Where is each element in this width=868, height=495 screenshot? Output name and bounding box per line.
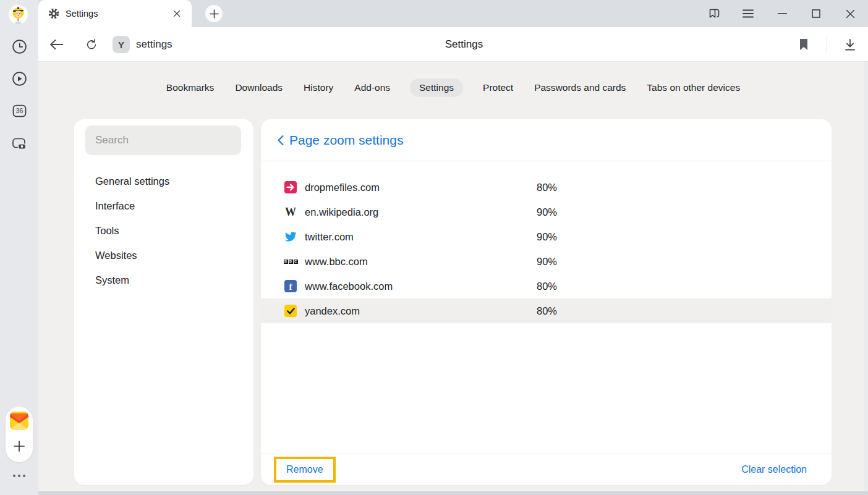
remove-button[interactable]: Remove — [286, 464, 323, 475]
tab-strip: Settings — [38, 0, 868, 27]
left-rail: 36 — [0, 0, 38, 495]
tab-settings[interactable]: Settings — [38, 0, 192, 27]
add-app-button[interactable] — [12, 439, 27, 454]
settings-nav-tabs: Bookmarks Downloads History Add-ons Sett… — [38, 78, 868, 97]
screenshot-icon[interactable] — [11, 135, 27, 151]
site-name: dropmefiles.com — [305, 182, 380, 193]
panel-footer: Remove Clear selection — [261, 454, 832, 485]
bbc-favicon: BBC — [284, 260, 298, 264]
settings-page: Bookmarks Downloads History Add-ons Sett… — [38, 62, 868, 491]
tab-count: 36 — [15, 107, 23, 114]
back-icon[interactable] — [48, 36, 64, 53]
facebook-favicon: f — [284, 280, 297, 292]
minimize-icon[interactable] — [775, 6, 789, 21]
download-icon[interactable] — [843, 37, 857, 52]
zoom-value: 80% — [537, 305, 557, 317]
navigation-toolbar: Y settings Settings — [38, 27, 868, 62]
gear-icon — [48, 8, 59, 19]
browser-window: 36 — [0, 0, 868, 495]
clear-selection-button[interactable]: Clear selection — [741, 464, 807, 475]
site-name: twitter.com — [305, 231, 354, 243]
zoom-site-list: dropmefiles.com 80% W en.wikipedia.org 9… — [261, 161, 832, 323]
sidebar-item-general-settings[interactable]: General settings — [74, 169, 253, 193]
panel-header: Page zoom settings — [261, 119, 832, 161]
rail-more-button[interactable] — [13, 475, 25, 477]
window-bottom-edge — [0, 491, 868, 495]
site-row-twitter[interactable]: twitter.com 90% — [261, 224, 832, 249]
close-tab-icon[interactable] — [171, 7, 183, 20]
dropmefiles-favicon — [284, 181, 297, 193]
remove-button-highlight: Remove — [274, 457, 336, 483]
page-title: Settings — [445, 38, 483, 51]
site-badge-icon[interactable]: Y — [113, 36, 130, 53]
new-tab-button[interactable] — [205, 5, 223, 22]
reload-icon[interactable] — [83, 36, 100, 53]
page-zoom-panel: Page zoom settings dropmefiles.com 80% W… — [261, 119, 832, 485]
search-input[interactable] — [85, 125, 241, 155]
tab-counter-icon[interactable]: 36 — [11, 103, 27, 119]
site-name: www.facebook.com — [305, 281, 393, 292]
nav-tab-passwords[interactable]: Passwords and cards — [533, 78, 627, 97]
zoom-value: 90% — [537, 206, 557, 218]
zoom-value: 80% — [537, 281, 557, 292]
nav-tab-bookmarks[interactable]: Bookmarks — [165, 78, 216, 97]
back-chevron-icon[interactable] — [273, 133, 288, 148]
site-name: en.wikipedia.org — [305, 206, 378, 218]
zoom-value: 80% — [537, 182, 557, 193]
sidebar-item-system[interactable]: System — [74, 268, 253, 292]
address-bar-text[interactable]: settings — [136, 38, 172, 51]
history-icon[interactable] — [11, 38, 27, 54]
toolbar-divider — [827, 37, 827, 52]
site-row-dropmefiles[interactable]: dropmefiles.com 80% — [261, 175, 832, 200]
window-controls — [707, 0, 857, 27]
site-row-wikipedia[interactable]: W en.wikipedia.org 90% — [261, 200, 832, 224]
menu-icon[interactable] — [741, 6, 755, 21]
toolbar-right-controls — [796, 27, 857, 62]
site-row-facebook[interactable]: f www.facebook.com 80% — [261, 274, 832, 298]
bookmarks-panel-icon[interactable] — [707, 6, 721, 21]
site-name: yandex.com — [305, 305, 360, 317]
window-right-edge — [864, 62, 868, 495]
settings-sidebar: General settings Interface Tools Website… — [74, 119, 253, 485]
plus-icon — [210, 9, 219, 19]
close-window-icon[interactable] — [843, 6, 857, 21]
sidebar-apps-pill — [6, 407, 33, 462]
nav-tab-protect[interactable]: Protect — [482, 78, 514, 97]
avatar-girl-icon — [9, 5, 28, 24]
zoom-value: 90% — [537, 256, 557, 268]
nav-tab-downloads[interactable]: Downloads — [234, 78, 284, 97]
sidebar-menu: General settings Interface Tools Website… — [74, 169, 253, 292]
nav-tab-other-devices[interactable]: Tabs on other devices — [645, 78, 741, 97]
selected-checkbox-icon[interactable] — [284, 305, 297, 317]
user-avatar[interactable] — [9, 5, 28, 24]
site-row-yandex-selected[interactable]: yandex.com 80% — [261, 298, 832, 323]
wikipedia-favicon: W — [285, 206, 296, 218]
play-media-icon[interactable] — [11, 70, 27, 87]
tab-title: Settings — [66, 9, 171, 19]
sidebar-item-tools[interactable]: Tools — [74, 218, 253, 243]
maximize-icon[interactable] — [809, 6, 823, 21]
nav-tab-history[interactable]: History — [302, 78, 334, 97]
yandex-mail-icon[interactable] — [10, 412, 28, 430]
panel-title[interactable]: Page zoom settings — [289, 133, 403, 148]
nav-tab-settings[interactable]: Settings — [410, 78, 463, 97]
bookmark-icon[interactable] — [796, 37, 811, 52]
zoom-value: 90% — [537, 231, 557, 243]
sidebar-item-websites[interactable]: Websites — [74, 243, 253, 268]
sidebar-item-interface[interactable]: Interface — [74, 193, 253, 218]
site-badge-letter: Y — [118, 40, 124, 50]
twitter-favicon — [284, 231, 297, 243]
nav-tab-addons[interactable]: Add-ons — [353, 78, 391, 97]
site-row-bbc[interactable]: BBC www.bbc.com 90% — [261, 249, 832, 274]
site-name: www.bbc.com — [305, 256, 368, 268]
